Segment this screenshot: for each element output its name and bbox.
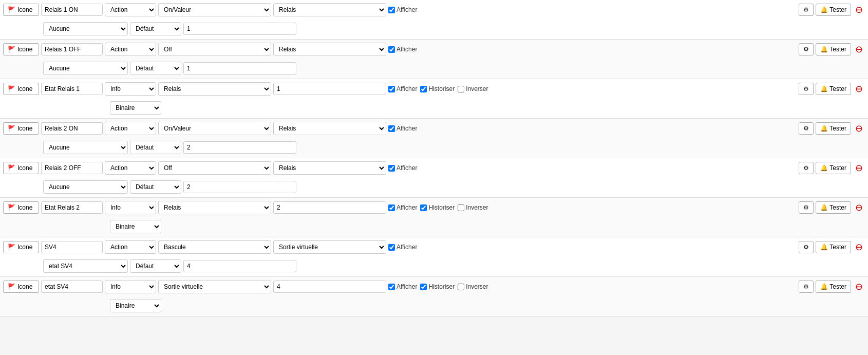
name-input-3[interactable] <box>41 83 103 95</box>
remove-button-7[interactable]: ⊖ <box>853 240 865 254</box>
historiser-label-8[interactable]: Historiser <box>420 283 455 290</box>
cmd-select-7[interactable]: On/ValeurOffBascule <box>158 240 271 254</box>
remove-button-3[interactable]: ⊖ <box>853 82 865 96</box>
afficher-checkbox-6[interactable] <box>388 204 395 211</box>
sub-select-5[interactable]: Défaut <box>130 180 181 194</box>
icon-button-7[interactable]: 🚩 Icone <box>3 241 39 253</box>
icon-button-5[interactable]: 🚩 Icone <box>3 162 39 174</box>
type-select-7[interactable]: ActionInfo <box>105 240 156 254</box>
afficher-label-6[interactable]: Afficher <box>388 204 417 211</box>
settings-button-5[interactable]: ⚙ <box>799 162 814 174</box>
historiser-checkbox-3[interactable] <box>420 86 427 92</box>
value-input-5[interactable] <box>183 181 296 193</box>
remove-button-6[interactable]: ⊖ <box>853 201 865 214</box>
type-select-5[interactable]: ActionInfo <box>105 161 156 175</box>
type-select-4[interactable]: ActionInfo <box>105 122 156 135</box>
tester-button-7[interactable]: 🔔 Tester <box>816 241 851 253</box>
settings-button-3[interactable]: ⚙ <box>799 83 814 95</box>
historiser-checkbox-8[interactable] <box>420 284 427 290</box>
name-input-6[interactable] <box>41 201 103 214</box>
afficher-checkbox-7[interactable] <box>388 244 395 251</box>
tester-button-3[interactable]: 🔔 Tester <box>816 83 851 95</box>
device-select-2[interactable]: RelaisSortie virtuelle <box>273 43 386 56</box>
binary-select-6[interactable]: Binaire <box>110 220 161 233</box>
binary-select-3[interactable]: Binaire <box>110 101 161 115</box>
afficher-label-5[interactable]: Afficher <box>388 164 417 172</box>
icon-button-1[interactable]: 🚩 Icone <box>3 4 39 16</box>
historiser-label-6[interactable]: Historiser <box>420 204 455 211</box>
name-input-8[interactable] <box>41 281 103 293</box>
remove-button-1[interactable]: ⊖ <box>853 3 865 16</box>
device-value-input-8[interactable] <box>273 281 386 293</box>
settings-button-8[interactable]: ⚙ <box>799 281 814 293</box>
icon-button-4[interactable]: 🚩 Icone <box>3 122 39 135</box>
afficher-checkbox-5[interactable] <box>388 165 395 172</box>
device-select-1[interactable]: RelaisSortie virtuelle <box>273 3 386 16</box>
state-select-7[interactable]: etat SV4Aucune <box>43 259 128 273</box>
device-select-5[interactable]: RelaisSortie virtuelle <box>273 161 386 175</box>
inverser-checkbox-8[interactable] <box>458 284 464 290</box>
cmd-select-6[interactable]: RelaisSortie virtuelle <box>158 201 271 214</box>
cmd-select-2[interactable]: On/ValeurOffBascule <box>158 43 271 56</box>
inverser-checkbox-3[interactable] <box>458 86 464 92</box>
tester-button-8[interactable]: 🔔 Tester <box>816 281 851 293</box>
settings-button-4[interactable]: ⚙ <box>799 122 814 135</box>
inverser-label-8[interactable]: Inverser <box>458 283 488 290</box>
afficher-checkbox-2[interactable] <box>388 46 395 53</box>
icon-button-2[interactable]: 🚩 Icone <box>3 43 39 55</box>
tester-button-1[interactable]: 🔔 Tester <box>816 4 851 16</box>
afficher-checkbox-1[interactable] <box>388 7 395 13</box>
afficher-label-8[interactable]: Afficher <box>388 283 417 290</box>
device-select-7[interactable]: RelaisSortie virtuelle <box>273 240 386 254</box>
value-input-2[interactable] <box>183 62 296 74</box>
settings-button-1[interactable]: ⚙ <box>799 4 814 16</box>
icon-button-8[interactable]: 🚩 Icone <box>3 281 39 293</box>
state-select-5[interactable]: Aucuneetat SV4 <box>43 180 128 194</box>
state-select-4[interactable]: Aucuneetat SV4 <box>43 141 128 154</box>
state-select-2[interactable]: Aucuneetat SV4 <box>43 62 128 75</box>
afficher-checkbox-3[interactable] <box>388 86 395 92</box>
name-input-2[interactable] <box>41 43 103 55</box>
tester-button-5[interactable]: 🔔 Tester <box>816 162 851 174</box>
remove-button-4[interactable]: ⊖ <box>853 122 865 135</box>
inverser-label-6[interactable]: Inverser <box>458 204 488 211</box>
name-input-4[interactable] <box>41 122 103 135</box>
name-input-5[interactable] <box>41 162 103 174</box>
tester-button-4[interactable]: 🔔 Tester <box>816 122 851 135</box>
sub-select-7[interactable]: Défaut <box>130 259 181 273</box>
remove-button-8[interactable]: ⊖ <box>853 280 865 293</box>
settings-button-2[interactable]: ⚙ <box>799 43 814 55</box>
afficher-checkbox-8[interactable] <box>388 284 395 290</box>
afficher-label-3[interactable]: Afficher <box>388 85 417 92</box>
cmd-select-8[interactable]: RelaisSortie virtuelle <box>158 280 271 293</box>
icon-button-6[interactable]: 🚩 Icone <box>3 201 39 214</box>
value-input-7[interactable] <box>183 260 296 272</box>
cmd-select-3[interactable]: RelaisSortie virtuelle <box>158 82 271 96</box>
value-input-1[interactable] <box>183 23 296 35</box>
afficher-label-4[interactable]: Afficher <box>388 125 417 132</box>
sub-select-2[interactable]: Défaut <box>130 62 181 75</box>
settings-button-6[interactable]: ⚙ <box>799 201 814 214</box>
tester-button-2[interactable]: 🔔 Tester <box>816 43 851 55</box>
afficher-checkbox-4[interactable] <box>388 125 395 132</box>
type-select-6[interactable]: ActionInfo <box>105 201 156 214</box>
binary-select-8[interactable]: Binaire <box>110 299 161 312</box>
type-select-1[interactable]: ActionInfo <box>105 3 156 16</box>
name-input-7[interactable] <box>41 241 103 253</box>
historiser-checkbox-6[interactable] <box>420 204 427 211</box>
settings-button-7[interactable]: ⚙ <box>799 241 814 253</box>
cmd-select-5[interactable]: On/ValeurOffBascule <box>158 161 271 175</box>
historiser-label-3[interactable]: Historiser <box>420 85 455 92</box>
sub-select-1[interactable]: Défaut <box>130 22 181 35</box>
state-select-1[interactable]: Aucuneetat SV4 <box>43 22 128 35</box>
type-select-8[interactable]: ActionInfo <box>105 280 156 293</box>
remove-button-2[interactable]: ⊖ <box>853 43 865 56</box>
afficher-label-7[interactable]: Afficher <box>388 244 417 251</box>
device-value-input-3[interactable] <box>273 83 386 95</box>
cmd-select-4[interactable]: On/ValeurOffBascule <box>158 122 271 135</box>
inverser-label-3[interactable]: Inverser <box>458 85 488 92</box>
cmd-select-1[interactable]: On/ValeurOffBascule <box>158 3 271 16</box>
device-select-4[interactable]: RelaisSortie virtuelle <box>273 122 386 135</box>
value-input-4[interactable] <box>183 141 296 154</box>
remove-button-5[interactable]: ⊖ <box>853 161 865 175</box>
